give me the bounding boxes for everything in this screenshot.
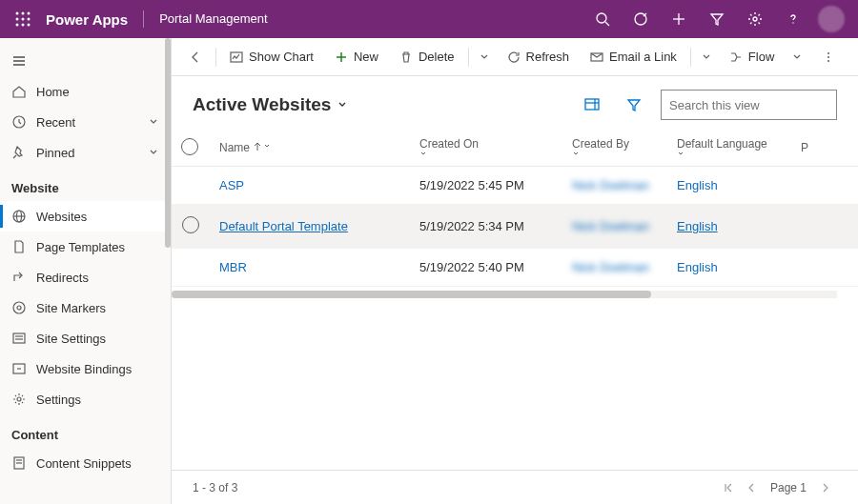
- app-launcher-button[interactable]: [8, 4, 38, 34]
- chevron-down-icon: [148, 116, 159, 128]
- svg-point-15: [792, 22, 793, 23]
- checkbox-icon: [181, 138, 198, 155]
- settings-button[interactable]: [736, 0, 774, 38]
- edit-columns-button[interactable]: [577, 90, 607, 120]
- row-created-on: 5/19/2022 5:34 PM: [410, 205, 562, 249]
- checkbox-icon[interactable]: [182, 216, 199, 233]
- svg-point-38: [827, 52, 829, 54]
- show-chart-button[interactable]: Show Chart: [220, 42, 323, 72]
- svg-point-30: [17, 397, 21, 401]
- prev-page-button[interactable]: [740, 482, 763, 494]
- sidebar-item-content-snippets[interactable]: Content Snippets: [0, 448, 171, 478]
- command-label: Email a Link: [609, 50, 677, 64]
- flow-split-button[interactable]: [786, 52, 808, 62]
- help-button[interactable]: [774, 0, 812, 38]
- column-header-created-on[interactable]: Created On: [410, 130, 562, 167]
- flow-button[interactable]: Flow: [720, 42, 784, 72]
- svg-point-25: [17, 306, 21, 310]
- avatar-icon: [818, 6, 845, 32]
- chevron-down-icon: [419, 151, 427, 158]
- row-name-link[interactable]: Default Portal Template: [219, 219, 348, 233]
- sidebar-toggle-button[interactable]: [0, 46, 171, 76]
- sidebar-item-websites[interactable]: Websites: [0, 201, 171, 232]
- sidebar-item-label: Redirects: [36, 271, 159, 285]
- chevron-down-icon: [792, 52, 802, 62]
- search-box[interactable]: [661, 90, 837, 120]
- row-name-link[interactable]: MBR: [219, 260, 247, 274]
- column-header-p[interactable]: P: [791, 130, 858, 167]
- edit-filters-button[interactable]: [619, 90, 649, 120]
- delete-split-button[interactable]: [473, 52, 496, 62]
- data-grid: Name Created On Created By Default Langu…: [172, 130, 858, 470]
- waffle-icon: [15, 11, 31, 27]
- sidebar-item-page-templates[interactable]: Page Templates: [0, 232, 171, 262]
- horizontal-scrollbar[interactable]: [172, 291, 837, 298]
- next-page-button[interactable]: [814, 482, 837, 494]
- funnel-icon: [625, 96, 643, 113]
- email-link-button[interactable]: Email a Link: [581, 42, 686, 72]
- add-button[interactable]: [660, 0, 698, 38]
- row-language-link[interactable]: English: [677, 260, 718, 274]
- row-language-link[interactable]: English: [677, 178, 718, 192]
- command-label: Flow: [748, 50, 774, 64]
- svg-point-24: [13, 302, 25, 313]
- sidebar: Home Recent Pinned Website Websites Page…: [0, 38, 172, 504]
- sidebar-item-pinned[interactable]: Pinned: [0, 137, 171, 168]
- view-selector[interactable]: Active Websites: [193, 94, 348, 115]
- row-language-link[interactable]: English: [677, 219, 718, 233]
- row-created-by[interactable]: Nick Doelman: [572, 219, 649, 233]
- refresh-button[interactable]: Refresh: [498, 42, 580, 72]
- assistant-button[interactable]: [622, 0, 660, 38]
- page-icon: [11, 239, 27, 254]
- grid-footer: 1 - 3 of 3 Page 1: [172, 470, 858, 504]
- sidebar-item-redirects[interactable]: Redirects: [0, 262, 171, 292]
- hamburger-icon: [11, 53, 27, 69]
- help-icon: [786, 11, 801, 27]
- email-split-button[interactable]: [695, 52, 718, 62]
- sidebar-item-label: Recent: [36, 115, 138, 130]
- more-commands-button[interactable]: [812, 42, 845, 72]
- select-all-header[interactable]: [172, 130, 210, 167]
- row-name-link[interactable]: ASP: [219, 178, 244, 192]
- filter-button[interactable]: [698, 0, 736, 38]
- table-row[interactable]: Default Portal Template5/19/2022 5:34 PM…: [172, 205, 858, 249]
- svg-point-5: [28, 18, 31, 21]
- first-page-button[interactable]: [717, 482, 740, 494]
- table-row[interactable]: MBR5/19/2022 5:40 PMNick DoelmanEnglish: [172, 249, 858, 287]
- sidebar-item-recent[interactable]: Recent: [0, 107, 171, 137]
- sidebar-item-site-settings[interactable]: Site Settings: [0, 323, 171, 353]
- settings-list-icon: [11, 331, 27, 346]
- row-created-by[interactable]: Nick Doelman: [572, 178, 649, 192]
- sidebar-item-site-markers[interactable]: Site Markers: [0, 292, 171, 323]
- command-label: Delete: [419, 50, 455, 64]
- marker-icon: [11, 300, 27, 315]
- svg-point-39: [827, 56, 829, 58]
- sidebar-item-website-bindings[interactable]: Website Bindings: [0, 353, 171, 384]
- redirect-icon: [11, 270, 27, 285]
- sidebar-item-home[interactable]: Home: [0, 76, 171, 107]
- app-brand: Power Apps: [46, 11, 128, 28]
- column-header-name[interactable]: Name: [210, 130, 410, 167]
- back-button[interactable]: [179, 42, 212, 72]
- more-vertical-icon: [822, 50, 835, 64]
- column-header-default-language[interactable]: Default Language: [667, 130, 791, 167]
- svg-point-6: [16, 24, 19, 27]
- gear-icon: [11, 392, 27, 407]
- search-button[interactable]: [583, 0, 622, 38]
- svg-point-0: [16, 12, 19, 15]
- back-arrow-icon: [189, 50, 202, 64]
- svg-line-20: [13, 155, 16, 158]
- column-header-created-by[interactable]: Created By: [562, 130, 667, 167]
- command-label: Refresh: [526, 50, 570, 64]
- delete-button[interactable]: Delete: [390, 42, 464, 72]
- row-created-by[interactable]: Nick Doelman: [572, 260, 649, 274]
- plus-icon: [671, 11, 686, 27]
- plus-icon: [335, 50, 348, 64]
- search-input[interactable]: [669, 98, 829, 112]
- view-bar: Active Websites: [172, 76, 858, 130]
- account-button[interactable]: [812, 0, 850, 38]
- sidebar-item-settings[interactable]: Settings: [0, 384, 171, 414]
- table-row[interactable]: ASP5/19/2022 5:45 PMNick DoelmanEnglish: [172, 167, 858, 205]
- new-button[interactable]: New: [325, 42, 388, 72]
- trash-icon: [399, 50, 413, 64]
